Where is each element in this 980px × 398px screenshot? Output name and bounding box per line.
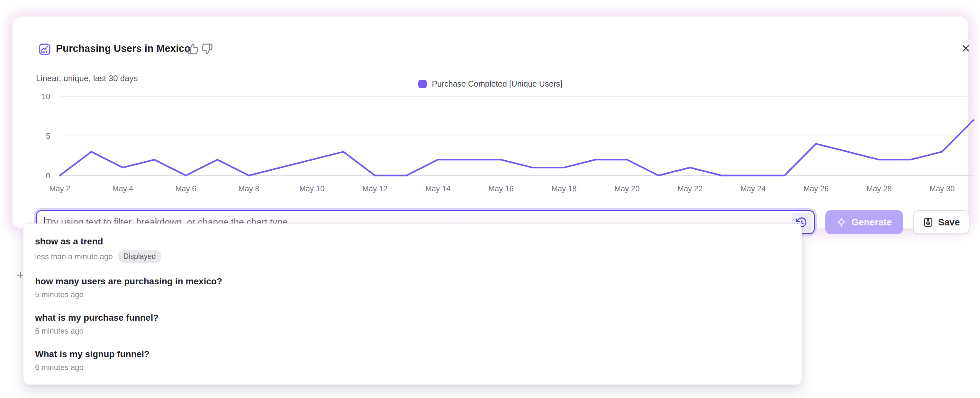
- svg-text:0: 0: [46, 171, 50, 180]
- svg-text:May 24: May 24: [740, 184, 766, 193]
- svg-text:May 30: May 30: [929, 184, 955, 193]
- history-item[interactable]: what is my purchase funnel? 6 minutes ag…: [24, 306, 802, 342]
- svg-text:May 8: May 8: [238, 184, 259, 193]
- history-item-time: 5 minutes ago: [35, 290, 84, 299]
- thumbs-down-icon[interactable]: [201, 43, 213, 55]
- save-label: Save: [938, 217, 960, 228]
- chart-card: Purchasing Users in Mexico Linear, uniqu…: [13, 17, 968, 228]
- legend-swatch: [418, 80, 427, 88]
- save-icon: [923, 217, 933, 228]
- close-button[interactable]: [959, 41, 973, 55]
- svg-text:May 10: May 10: [299, 184, 325, 193]
- svg-text:May 6: May 6: [175, 184, 196, 193]
- thumbs-up-icon[interactable]: [187, 43, 199, 55]
- history-item-title: what is my purchase funnel?: [35, 313, 790, 323]
- history-item[interactable]: show as a trend less than a minute ago D…: [24, 230, 802, 270]
- page-title: Purchasing Users in Mexico: [56, 43, 191, 54]
- chart-subtitle: Linear, unique, last 30 days: [36, 74, 138, 83]
- svg-text:May 22: May 22: [678, 184, 703, 193]
- history-item-title: how many users are purchasing in mexico?: [35, 276, 790, 286]
- line-chart: 0510May 2May 4May 6May 8May 10May 12May …: [26, 91, 980, 199]
- generate-button[interactable]: Generate: [825, 210, 903, 234]
- svg-text:May 28: May 28: [867, 184, 892, 193]
- history-item[interactable]: how many users are purchasing in mexico?…: [24, 270, 802, 306]
- history-item-time: 6 minutes ago: [35, 363, 84, 372]
- svg-text:May 4: May 4: [112, 184, 133, 193]
- svg-text:May 26: May 26: [803, 184, 829, 193]
- legend-label: Purchase Completed [Unique Users]: [432, 79, 562, 89]
- svg-text:May 2: May 2: [49, 184, 70, 193]
- svg-text:May 18: May 18: [551, 184, 577, 193]
- svg-text:5: 5: [46, 132, 50, 141]
- history-item-time: less than a minute ago: [35, 252, 113, 261]
- line-chart-icon: [38, 43, 51, 56]
- history-item-title: show as a trend: [35, 237, 790, 247]
- history-item-time: 6 minutes ago: [35, 326, 84, 336]
- svg-text:May 20: May 20: [614, 184, 640, 193]
- svg-text:May 16: May 16: [488, 184, 514, 193]
- svg-text:May 14: May 14: [425, 184, 451, 193]
- history-item[interactable]: What is my signup funnel? 6 minutes ago: [24, 342, 802, 379]
- svg-text:10: 10: [41, 92, 50, 101]
- history-dropdown: show as a trend less than a minute ago D…: [23, 224, 802, 385]
- svg-text:May 12: May 12: [362, 184, 388, 193]
- legend[interactable]: Purchase Completed [Unique Users]: [418, 79, 562, 89]
- generate-label: Generate: [851, 217, 892, 228]
- history-item-title: What is my signup funnel?: [35, 349, 790, 360]
- sparkle-icon: [836, 217, 846, 227]
- status-badge: Displayed: [118, 250, 161, 263]
- close-icon: [961, 43, 971, 53]
- screen: + Purchasing Users in Mexico Linear, uni…: [0, 0, 980, 398]
- save-button[interactable]: Save: [913, 210, 969, 234]
